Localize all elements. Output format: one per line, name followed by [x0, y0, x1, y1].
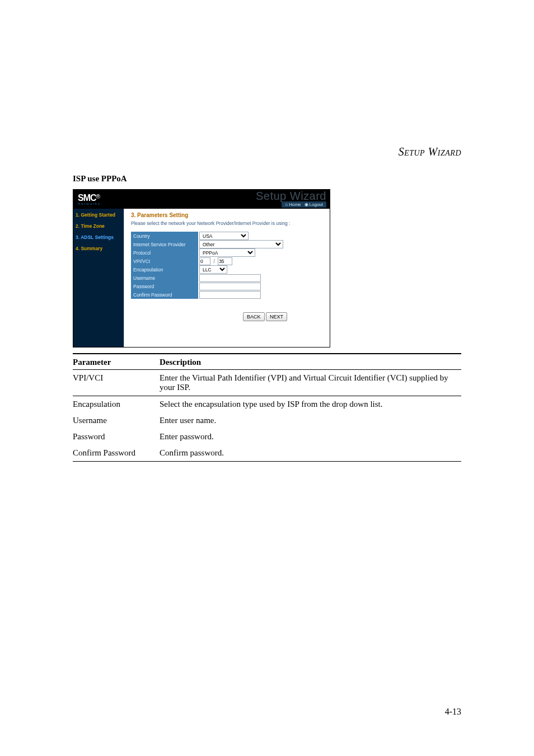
top-bar: SMC® Networks Setup Wizard ⌂Home ◉Logout: [73, 190, 330, 209]
desc-confirm-password: Confirm password.: [160, 445, 461, 462]
desc-password: Enter password.: [160, 429, 461, 445]
param-username: Username: [73, 412, 160, 429]
router-setup-screenshot: SMC® Networks Setup Wizard ⌂Home ◉Logout…: [73, 189, 330, 348]
label-vpivci: VPI/VCI: [131, 257, 198, 265]
label-password: Password: [131, 282, 198, 290]
label-encapsulation: Encapsulation: [131, 265, 198, 274]
param-vpivci: VPI/VCI: [73, 370, 160, 396]
vpi-input[interactable]: [199, 257, 210, 265]
wizard-sidebar: 1. Getting Started 2. Time Zone 3. ADSL …: [73, 209, 124, 347]
vci-input[interactable]: [218, 257, 232, 265]
brand-block: SMC® Networks: [78, 194, 101, 205]
next-button[interactable]: NEXT: [266, 312, 287, 321]
document-page: Setup Wizard ISP use PPPoA SMC® Networks…: [0, 0, 534, 495]
section-title: ISP use PPPoA: [73, 174, 461, 184]
label-confirm-password: Confirm Password: [131, 290, 198, 299]
country-select[interactable]: USA: [199, 232, 249, 240]
label-country: Country: [131, 232, 198, 240]
encapsulation-select[interactable]: LLC: [199, 265, 227, 274]
sidebar-step-2[interactable]: 2. Time Zone: [76, 223, 121, 229]
home-icon: ⌂: [285, 202, 288, 207]
home-logout-bar: ⌂Home ◉Logout: [282, 201, 326, 208]
password-input[interactable]: [199, 283, 261, 290]
sidebar-step-1[interactable]: 1. Getting Started: [76, 212, 121, 218]
col-parameter: Parameter: [73, 354, 160, 370]
reg-mark: ®: [96, 194, 100, 200]
col-description: Description: [160, 354, 461, 370]
label-isp: Internet Service Provider: [131, 240, 198, 248]
running-head: Setup Wizard: [73, 145, 461, 158]
label-username: Username: [131, 274, 198, 282]
settings-form: Country USA Internet Service Provider Ot…: [131, 232, 283, 299]
home-link[interactable]: ⌂Home: [285, 202, 301, 207]
desc-encapsulation: Select the encapsulation type used by IS…: [160, 396, 461, 413]
brand-subtitle: Networks: [78, 202, 101, 205]
param-confirm-password: Confirm Password: [73, 445, 160, 462]
vpi-vci-separator: /: [213, 259, 214, 264]
protocol-select[interactable]: PPPoA: [199, 248, 255, 257]
step-instruction: Please select the network your Network P…: [131, 220, 323, 226]
label-protocol: Protocol: [131, 248, 198, 257]
desc-username: Enter user name.: [160, 412, 461, 429]
param-encapsulation: Encapsulation: [73, 396, 160, 413]
param-password: Password: [73, 429, 160, 445]
wizard-main: 3. Parameters Setting Please select the …: [124, 209, 330, 347]
page-number: 4-13: [445, 707, 461, 717]
username-input[interactable]: [199, 274, 261, 282]
sidebar-step-3[interactable]: 3. ADSL Settings: [76, 234, 121, 240]
step-heading: 3. Parameters Setting: [131, 212, 323, 218]
brand-logo: SMC: [78, 193, 96, 203]
isp-select[interactable]: Other: [199, 240, 283, 248]
sidebar-step-4[interactable]: 4. Summary: [76, 246, 121, 251]
desc-vpivci: Enter the Virtual Path Identifier (VPI) …: [160, 370, 461, 396]
back-button[interactable]: BACK: [243, 312, 265, 321]
confirm-password-input[interactable]: [199, 291, 261, 299]
logout-link[interactable]: ◉Logout: [305, 202, 323, 207]
ui-body: 1. Getting Started 2. Time Zone 3. ADSL …: [73, 209, 330, 347]
logout-icon: ◉: [305, 202, 308, 207]
parameter-table: Parameter Description VPI/VCI Enter the …: [73, 353, 461, 462]
title-watermark: Setup Wizard: [256, 190, 326, 203]
wizard-buttons: BACK NEXT: [243, 312, 323, 321]
